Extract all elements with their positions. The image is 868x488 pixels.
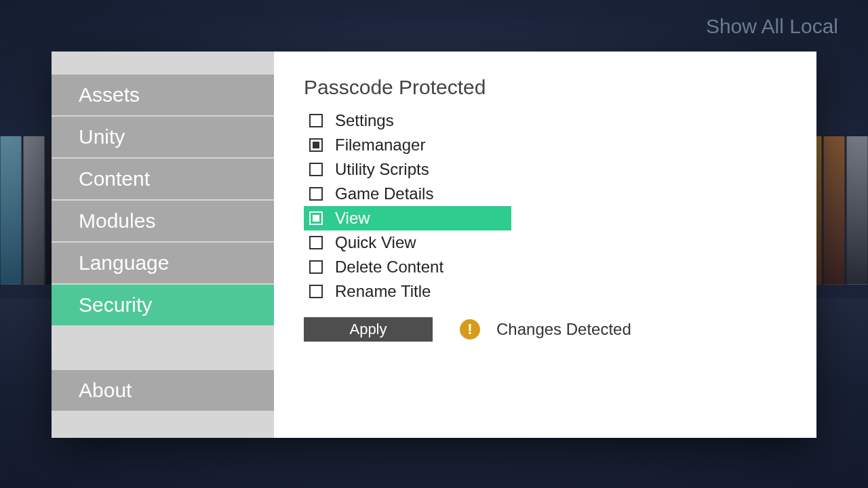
option-label: Quick View: [335, 233, 416, 252]
filter-label[interactable]: Show All Local: [706, 15, 838, 38]
option-label: Rename Title: [335, 282, 431, 301]
sidebar-item-language[interactable]: Language: [52, 243, 274, 285]
checkbox-icon[interactable]: [309, 236, 323, 249]
main-panel: Passcode Protected SettingsFilemanagerUt…: [274, 52, 816, 438]
option-view[interactable]: View: [304, 206, 511, 230]
sidebar-item-content[interactable]: Content: [52, 159, 274, 201]
sidebar-item-label: Language: [79, 251, 169, 274]
status-text: Changes Detected: [496, 320, 631, 339]
checkbox-fill: [313, 142, 319, 148]
action-row: Apply ! Changes Detected: [304, 317, 789, 342]
sidebar-item-label: Content: [79, 167, 150, 190]
settings-dialog: AssetsUnityContentModulesLanguageSecurit…: [52, 52, 816, 438]
option-label: View: [335, 209, 370, 228]
option-label: Delete Content: [335, 258, 443, 277]
section-title: Passcode Protected: [304, 76, 789, 99]
checkbox-icon[interactable]: [309, 138, 323, 152]
option-settings[interactable]: Settings: [304, 108, 511, 133]
option-label: Utility Scripts: [335, 160, 429, 179]
sidebar-gap: [52, 327, 274, 370]
warning-icon: !: [460, 319, 480, 340]
option-game-details[interactable]: Game Details: [304, 182, 511, 206]
option-quick-view[interactable]: Quick View: [304, 230, 511, 255]
apply-button[interactable]: Apply: [304, 317, 433, 342]
sidebar-item-modules[interactable]: Modules: [52, 201, 274, 243]
checkbox-icon[interactable]: [309, 114, 323, 127]
option-rename-title[interactable]: Rename Title: [304, 279, 511, 304]
sidebar-item-unity[interactable]: Unity: [52, 117, 274, 159]
checkbox-icon[interactable]: [309, 285, 323, 298]
sidebar-item-label: Assets: [79, 83, 140, 106]
option-label: Filemanager: [335, 136, 425, 155]
option-label: Settings: [335, 111, 394, 130]
option-label: Game Details: [335, 184, 433, 203]
checkbox-icon[interactable]: [309, 187, 323, 201]
sidebar-item-about[interactable]: About: [52, 370, 274, 412]
checkbox-icon[interactable]: [309, 163, 323, 176]
checkbox-icon[interactable]: [309, 211, 323, 225]
sidebar-item-label: About: [79, 379, 132, 402]
sidebar-item-security[interactable]: Security: [52, 285, 274, 327]
option-filemanager[interactable]: Filemanager: [304, 133, 511, 157]
sidebar-item-label: Security: [79, 293, 152, 317]
checkbox-icon[interactable]: [309, 260, 323, 274]
option-utility-scripts[interactable]: Utility Scripts: [304, 157, 511, 182]
checkbox-fill: [313, 215, 319, 222]
sidebar-top-spacer: [52, 54, 274, 75]
options-list: SettingsFilemanagerUtility ScriptsGame D…: [304, 108, 511, 304]
sidebar-item-label: Modules: [79, 209, 155, 232]
sidebar-item-assets[interactable]: Assets: [52, 75, 274, 117]
sidebar-item-label: Unity: [79, 125, 125, 148]
option-delete-content[interactable]: Delete Content: [304, 255, 511, 279]
sidebar: AssetsUnityContentModulesLanguageSecurit…: [52, 52, 274, 438]
